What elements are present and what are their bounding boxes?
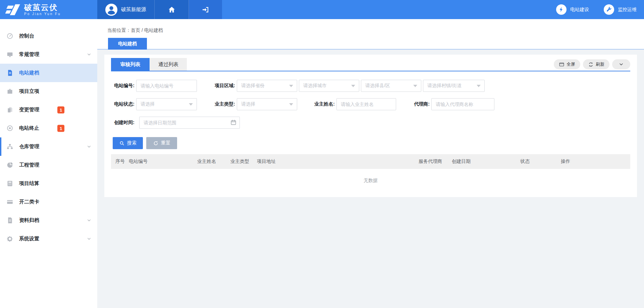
caret-down-icon (289, 103, 293, 106)
caret-down-icon (351, 85, 355, 87)
pie-chart-icon (6, 162, 13, 169)
chevron-down-icon (619, 62, 624, 67)
quick-link-monitoring-ops[interactable]: 监控运维 (604, 4, 637, 15)
town-select[interactable]: 请选择村镇/街道 (423, 80, 485, 92)
county-select[interactable]: 请选择县/区 (361, 80, 421, 92)
chevron-down-icon (87, 144, 92, 149)
notification-badge: 1 (57, 106, 64, 113)
sidebar-item-project-initiation[interactable]: 项目立项 (0, 82, 97, 101)
city-select[interactable]: 请选择城市 (299, 80, 359, 92)
fullscreen-icon (559, 62, 565, 67)
chevron-down-icon (87, 218, 92, 223)
caret-down-icon (477, 85, 481, 87)
pages-icon (6, 106, 13, 113)
tab-passed-list[interactable]: 通过列表 (150, 58, 187, 71)
station-code-label: 电站编号: (111, 83, 135, 89)
agent-input[interactable] (431, 98, 494, 110)
station-status-label: 电站状态: (111, 101, 135, 107)
column-header: 操作 (561, 154, 630, 169)
sidebar-item-open-type2-card[interactable]: 开二类卡 (0, 193, 97, 211)
brand-logo-icon (5, 3, 21, 16)
record-icon (6, 125, 13, 132)
panel: 审核列表 通过列表 全屏 刷新 (104, 55, 637, 197)
home-button[interactable] (155, 0, 189, 19)
column-header: 业主类型 (230, 154, 257, 169)
owner-name-label: 业主姓名: (297, 101, 335, 107)
sidebar: 控制台常规管理电站建档项目立项变更管理1电站终止1仓库管理工程管理项目结算开二类… (0, 19, 97, 308)
top-bar: 破茧云伏 Po Jian Yun Fu 破茧新能源 (0, 0, 644, 19)
breadcrumb-bar: 当前位置：首页 / 电站建档 电站建档 (97, 19, 644, 50)
content-area: 审核列表 通过列表 全屏 刷新 (97, 50, 644, 197)
sidebar-item-engineering-management[interactable]: 工程管理 (0, 156, 97, 174)
column-header: 状态 (520, 154, 561, 169)
filter-actions: 搜索 重置 (111, 137, 630, 149)
sidebar-item-general-management[interactable]: 常规管理 (0, 45, 97, 64)
caret-down-icon (189, 103, 193, 106)
logout-icon (202, 6, 210, 14)
fullscreen-button[interactable]: 全屏 (554, 59, 580, 69)
panel-tools: 全屏 刷新 (554, 59, 630, 69)
chevron-down-icon (87, 236, 92, 241)
brand-title: 破茧云伏 (24, 3, 61, 11)
home-icon (168, 6, 176, 14)
sidebar-item-project-settlement[interactable]: 项目结算 (0, 174, 97, 193)
chevron-down-icon (87, 52, 92, 57)
sidebar-item-change-management[interactable]: 变更管理1 (0, 101, 97, 119)
refresh-icon (588, 62, 594, 67)
refresh-button[interactable]: 刷新 (583, 59, 609, 69)
owner-type-select[interactable]: 请选择 (237, 98, 297, 110)
collapse-button[interactable] (612, 59, 630, 69)
column-header: 创建日期 (452, 154, 520, 169)
table-header-row: 序号电站编号业主姓名业主类型项目地址服务代理商创建日期状态操作 (111, 154, 630, 169)
province-select[interactable]: 请选择省份 (237, 80, 297, 92)
created-time-label: 创建时间: (111, 120, 135, 126)
wrench-icon (604, 4, 614, 15)
user-menu[interactable]: 破茧新能源 (97, 0, 155, 19)
calendar-icon (230, 119, 237, 126)
top-bar-right: 电站建设 监控运维 (222, 0, 644, 19)
sidebar-item-system-settings[interactable]: 系统设置 (0, 230, 97, 248)
caret-down-icon (289, 85, 293, 87)
reset-button[interactable]: 重置 (146, 137, 177, 149)
sidebar-item-station-termination[interactable]: 电站终止1 (0, 119, 97, 137)
column-header: 项目地址 (257, 154, 419, 169)
column-header: 序号 (111, 154, 129, 169)
user-name: 破茧新能源 (121, 6, 146, 13)
lightning-icon (556, 4, 567, 15)
sidebar-item-warehouse-management[interactable]: 仓库管理 (0, 137, 97, 156)
briefcase-icon (6, 88, 13, 95)
caret-down-icon (413, 85, 417, 87)
tab-review-list[interactable]: 审核列表 (111, 58, 150, 71)
file-icon (6, 217, 13, 224)
project-region-label: 项目区域: (197, 83, 235, 89)
app-window: 破茧云伏 Po Jian Yun Fu 破茧新能源 (0, 0, 644, 308)
station-code-input[interactable] (136, 80, 197, 92)
calculator-icon (6, 180, 13, 187)
sidebar-item-console[interactable]: 控制台 (0, 27, 97, 45)
reset-icon (153, 140, 159, 146)
main-area: 当前位置：首页 / 电站建档 电站建档 审核列表 通过列表 全屏 (97, 19, 644, 308)
quick-link-station-construction[interactable]: 电站建设 (556, 4, 589, 15)
empty-state-text: 无数据 (111, 169, 630, 197)
sidebar-item-station-filing[interactable]: 电站建档 (0, 64, 97, 82)
notification-badge: 1 (57, 125, 64, 132)
owner-name-input[interactable] (336, 98, 396, 110)
column-header: 业主姓名 (197, 154, 230, 169)
station-status-select[interactable]: 请选择 (136, 98, 197, 110)
column-header: 服务代理商 (419, 154, 452, 169)
dashboard-icon (6, 33, 13, 40)
search-button[interactable]: 搜索 (113, 137, 143, 149)
date-range-input[interactable] (139, 117, 240, 129)
document-icon (6, 69, 13, 76)
logout-button[interactable] (189, 0, 222, 19)
breadcrumb: 当前位置：首页 / 电站建档 (107, 27, 163, 34)
filter-form: 电站编号: 项目区域: 请选择省份 请选择城市 请选择县/区 请选择村镇/街道 … (111, 80, 630, 129)
brand-subtitle: Po Jian Yun Fu (24, 12, 61, 16)
page-tab-station-filing[interactable]: 电站建档 (108, 38, 147, 50)
sidebar-item-archive[interactable]: 资料归档 (0, 211, 97, 230)
gear-icon (6, 235, 13, 242)
avatar (105, 4, 117, 16)
search-icon (119, 140, 125, 146)
sidebar-menu: 控制台常规管理电站建档项目立项变更管理1电站终止1仓库管理工程管理项目结算开二类… (0, 19, 97, 248)
agent-label: 代理商: (396, 101, 430, 107)
